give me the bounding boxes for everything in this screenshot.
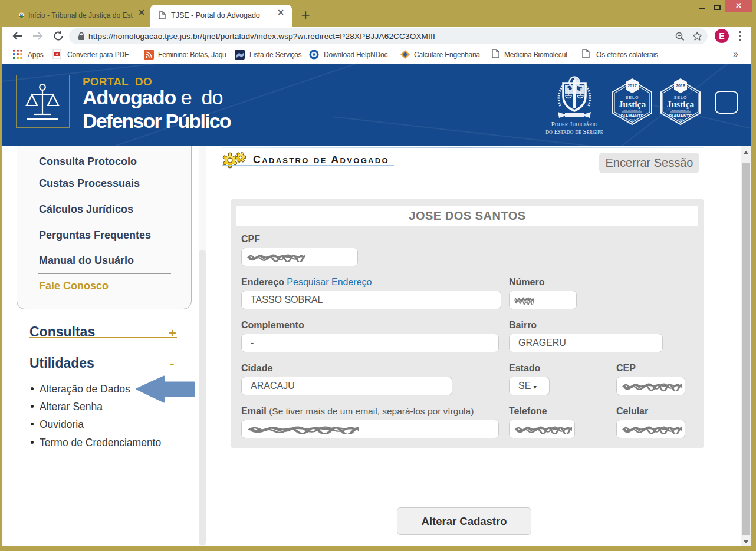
svg-text:Justiça: Justiça: [667, 99, 695, 109]
svg-text:CNJ: CNJ: [629, 119, 635, 122]
svg-text:EM NÚMEROS: EM NÚMEROS: [624, 109, 641, 112]
svg-text:CNJ: CNJ: [678, 119, 683, 122]
svg-text:DIAMANTE: DIAMANTE: [669, 113, 692, 118]
svg-text:2017: 2017: [627, 84, 637, 88]
svg-text:DIAMANTE: DIAMANTE: [620, 113, 643, 118]
svg-text:Justiça: Justiça: [619, 99, 646, 109]
svg-text:EM NÚMEROS: EM NÚMEROS: [672, 109, 689, 112]
svg-text:2018: 2018: [676, 84, 685, 88]
